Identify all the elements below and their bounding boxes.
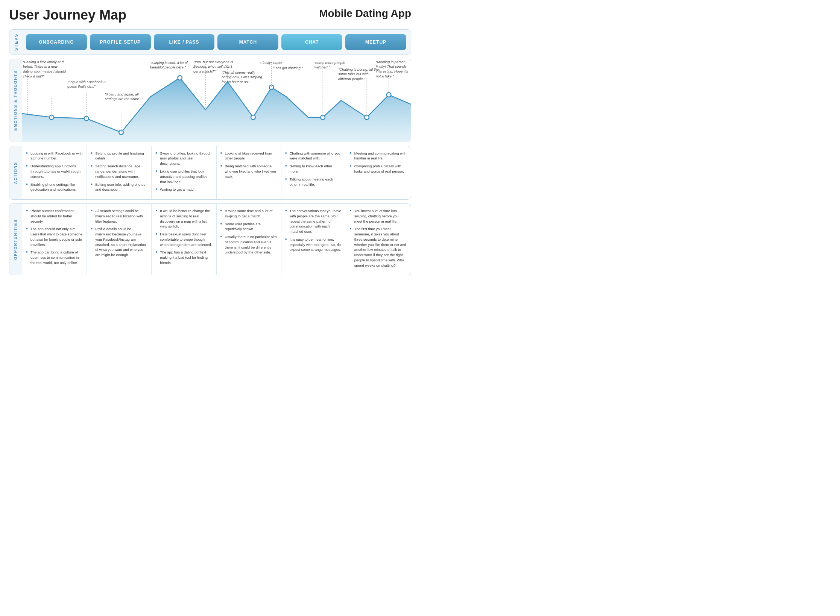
opportunity-item: It takes some time and a lot of swiping … bbox=[220, 208, 277, 219]
actions-label-col: ACTIONS bbox=[9, 146, 22, 199]
opportunity-item: All search settings could be minimised t… bbox=[91, 208, 147, 224]
emotions-content: "Feeling a little lonely and bored. Ther… bbox=[22, 59, 411, 142]
action-item: Waiting to get a match. bbox=[155, 187, 212, 192]
opportunity-item: Some user profiles are repetitively show… bbox=[220, 222, 277, 232]
action-item: Logging in with Facebook or with a phone… bbox=[26, 151, 83, 161]
opportunity-item: It would be better to change the actions… bbox=[155, 208, 212, 229]
opportunity-item: The app can bring a culture of openness … bbox=[26, 250, 83, 265]
opportunity-cell-2: It would be better to change the actions… bbox=[152, 204, 216, 275]
emotions-label: EMOTIONS & THOUGHTS bbox=[14, 70, 18, 130]
action-item: Setting up profile and finalising detail… bbox=[91, 151, 147, 161]
svg-point-4 bbox=[251, 115, 255, 120]
opportunities-grid: Phone number confirmation should be adde… bbox=[22, 204, 411, 275]
quote-profile: "Again, and again, all settings are the … bbox=[105, 92, 146, 102]
actions-grid: Logging in with Facebook or with a phone… bbox=[22, 146, 411, 199]
opportunity-cell-5: You invest a lot of time into swiping, c… bbox=[346, 204, 411, 275]
action-cell-4: Chatting with someone who you were match… bbox=[281, 146, 346, 199]
opportunity-cell-3: It takes some time and a lot of swiping … bbox=[217, 204, 281, 275]
step-onboarding: ONBOARDING bbox=[26, 34, 87, 50]
actions-label: ACTIONS bbox=[14, 162, 18, 184]
emotions-label-col: EMOTIONS & THOUGHTS bbox=[9, 59, 22, 142]
steps-label: STEPS bbox=[14, 33, 22, 51]
quote-onboarding-2: "Log in with Facebook? I guess that's ok… bbox=[67, 80, 107, 90]
app-subtitle: Mobile Dating App bbox=[319, 8, 411, 20]
opportunity-cell-4: The conversations that you have with peo… bbox=[281, 204, 346, 275]
header: User Journey Map Mobile Dating App bbox=[9, 8, 411, 23]
action-item: Meeting and communicating with him/her i… bbox=[350, 151, 407, 161]
opportunity-item: The conversations that you have with peo… bbox=[285, 208, 342, 234]
action-item: Looking at likes received from other peo… bbox=[220, 151, 277, 161]
action-item: Understanding app functions through tuto… bbox=[26, 164, 83, 179]
quote-match-2: "Let's get chatting." bbox=[272, 66, 303, 71]
action-item: Swiping profiles, looking through user p… bbox=[155, 151, 212, 166]
opportunity-item: It is easy to be mean online, especially… bbox=[285, 237, 342, 252]
opportunity-item: Heterosexual users don't feel comfortabl… bbox=[155, 232, 212, 247]
opportunities-label-col: OPPORTUNITIES bbox=[9, 204, 22, 275]
action-cell-0: Logging in with Facebook or with a phone… bbox=[22, 146, 87, 199]
quote-meetup: "Meeting in person, finally! That sounds… bbox=[376, 60, 411, 79]
action-item: Setting search distance, age range, gend… bbox=[91, 164, 147, 179]
action-item: Comparing profile details with looks and… bbox=[350, 164, 407, 174]
action-item: Getting to know each other more. bbox=[285, 164, 342, 174]
opportunities-content: Phone number confirmation should be adde… bbox=[22, 204, 411, 275]
step-match: MATCH bbox=[217, 34, 278, 50]
action-cell-1: Setting up profile and finalising detail… bbox=[87, 146, 152, 199]
steps-grid: ONBOARDINGPROFILE SETUPLIKE / PASSMATCHC… bbox=[26, 34, 406, 50]
opportunity-item: Phone number confirmation should be adde… bbox=[26, 208, 83, 224]
opportunity-item: Usually there is no particular aim of co… bbox=[220, 234, 277, 255]
action-item: Talking about meeting each other in real… bbox=[285, 177, 342, 187]
opportunity-item: The first time you meet someone, it take… bbox=[350, 226, 407, 268]
opportunity-item: Profile details could be minimised becau… bbox=[91, 226, 147, 258]
opportunity-cell-0: Phone number confirmation should be adde… bbox=[22, 204, 87, 275]
action-item: Liking user profiles that look attractiv… bbox=[155, 169, 212, 184]
opportunity-item: The app should not only aim users that w… bbox=[26, 226, 83, 247]
opportunity-cell-1: All search settings could be minimised t… bbox=[87, 204, 152, 275]
action-item: Being matched with someone who you liked… bbox=[220, 164, 277, 179]
action-item: Enabling phone settings like geolocation… bbox=[26, 182, 83, 193]
steps-section: STEPS ONBOARDINGPROFILE SETUPLIKE / PASS… bbox=[9, 29, 411, 55]
opportunities-label: OPPORTUNITIES bbox=[14, 219, 18, 260]
opportunity-item: You invest a lot of time into swiping, c… bbox=[350, 208, 407, 224]
actions-section: ACTIONS Logging in with Facebook or with… bbox=[9, 146, 411, 200]
step-like---pass: LIKE / PASS bbox=[154, 34, 215, 50]
emotions-chart: "Feeling a little lonely and bored. Ther… bbox=[22, 59, 411, 142]
quote-match-1: "Finally! Cool!!" bbox=[259, 61, 283, 65]
opportunities-section: OPPORTUNITIES Phone number confirmation … bbox=[9, 203, 411, 275]
step-chat: CHAT bbox=[281, 34, 342, 50]
step-profile-setup: PROFILE SETUP bbox=[90, 34, 151, 50]
quote-likepass-3: "This all seems really boring now, I was… bbox=[222, 70, 266, 85]
action-item: Editing user info, adding photos and des… bbox=[91, 182, 147, 193]
page-title: User Journey Map bbox=[9, 8, 126, 23]
actions-content: Logging in with Facebook or with a phone… bbox=[22, 146, 411, 199]
action-cell-5: Meeting and communicating with him/her i… bbox=[346, 146, 411, 199]
action-cell-2: Swiping profiles, looking through user p… bbox=[152, 146, 216, 199]
step-meetup: MEETUP bbox=[345, 34, 406, 50]
quote-onboarding-1: "Feeling a little lonely and bored. Ther… bbox=[23, 60, 66, 79]
emotions-section: EMOTIONS & THOUGHTS bbox=[9, 59, 411, 142]
action-item: Chatting with someone who you were match… bbox=[285, 151, 342, 161]
opportunity-item: The app has a dating context making it a… bbox=[155, 250, 212, 265]
quote-likepass-1: "Swiping is cool, a lot of beautiful peo… bbox=[150, 61, 193, 70]
action-cell-3: Looking at likes received from other peo… bbox=[217, 146, 281, 199]
quote-chat-2: "Chatting is boring, all the same talks … bbox=[338, 67, 381, 82]
